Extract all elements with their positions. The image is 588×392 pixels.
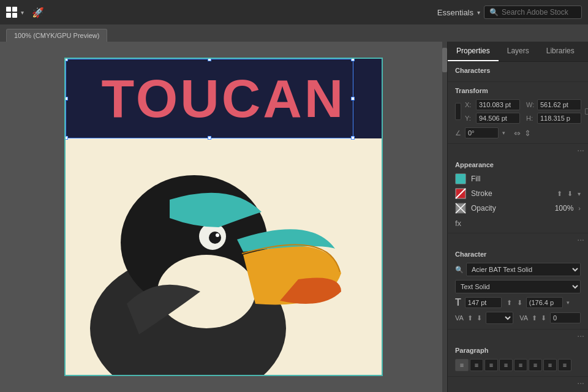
up-arrow: ⬆: [507, 299, 512, 307]
font-style-select[interactable]: Text Solid: [455, 280, 581, 293]
tab-layers[interactable]: Layers: [499, 42, 538, 61]
app-squares-icon: [6, 7, 17, 18]
essentials-dropdown-arrow: ▾: [477, 9, 480, 16]
font-name-select[interactable]: Acier BAT Text Solid: [466, 263, 581, 276]
tracking-input[interactable]: [550, 312, 581, 323]
canvas-area[interactable]: TOUCAN: [0, 42, 447, 392]
kerning-down: ⬇: [477, 314, 482, 322]
tracking-row: VA ⬆ ⬇ VA ⬆ ⬇: [455, 312, 581, 324]
opacity-expand-arrow[interactable]: ›: [578, 205, 581, 212]
align-justify-all-btn[interactable]: ≡: [558, 359, 571, 371]
fx-button[interactable]: fx: [455, 219, 461, 228]
tab-libraries[interactable]: Libraries: [538, 42, 583, 61]
font-search-icon: 🔍: [455, 266, 464, 274]
lock-proportions-icon[interactable]: [585, 108, 588, 115]
opacity-row: Opacity 100% ›: [455, 203, 581, 214]
stroke-icon[interactable]: [455, 188, 466, 199]
font-size-input[interactable]: [465, 297, 502, 308]
leading-dropdown[interactable]: ▾: [567, 300, 570, 306]
toucan-illustration: [66, 120, 382, 376]
h-input[interactable]: [537, 113, 581, 124]
character-more[interactable]: ···: [448, 330, 588, 342]
tracking-up: ⬆: [532, 314, 537, 322]
w-input[interactable]: [537, 99, 581, 110]
paragraph-align-row: ≡ ≡ ≡ ≡ ≡ ≡ ≡ ≡: [455, 359, 581, 371]
kerning-select[interactable]: [486, 312, 513, 324]
angle-input[interactable]: [465, 127, 499, 138]
tracking-down: ⬇: [541, 314, 546, 322]
right-panel: Properties Layers Libraries » Characters…: [447, 42, 588, 392]
panel-expand-icon[interactable]: »: [583, 42, 588, 61]
artboard: TOUCAN: [64, 58, 383, 376]
appearance-more[interactable]: ···: [448, 233, 588, 246]
svg-point-4: [209, 232, 221, 244]
search-stock-box[interactable]: 🔍: [484, 6, 582, 19]
align-right-btn[interactable]: ≡: [484, 359, 498, 371]
y-input[interactable]: [476, 113, 520, 124]
stroke-label: Stroke: [471, 189, 552, 198]
appearance-title: Appearance: [455, 161, 581, 168]
fx-row: fx: [455, 216, 581, 228]
svg-point-5: [216, 233, 219, 237]
font-size-row: T ⬆ ⬇ ▾: [455, 297, 581, 308]
characters-section: Characters: [448, 62, 588, 82]
characters-title: Characters: [455, 67, 581, 74]
stroke-adjust-up[interactable]: ⬆: [557, 190, 562, 198]
angle-dropdown-arrow[interactable]: ▾: [502, 130, 505, 136]
active-document-tab[interactable]: 100% (CMYK/GPU Preview): [6, 29, 107, 42]
align-justify-right-btn[interactable]: ≡: [543, 359, 557, 371]
opacity-label: Opacity: [471, 204, 550, 213]
app-menu-arrow: ▾: [21, 9, 24, 16]
transform-section: Transform X: W: Y:: [448, 82, 588, 144]
banner: TOUCAN: [66, 59, 382, 138]
transform-title: Transform: [455, 87, 581, 94]
character-section: Character 🔍 Acier BAT Text Solid Text So…: [448, 246, 588, 330]
banner-text: TOUCAN: [102, 72, 346, 126]
essentials-label[interactable]: Essentials: [437, 8, 473, 17]
kerning-icon: VA: [455, 314, 464, 322]
kerning-up: ⬆: [467, 314, 473, 322]
align-justify-btn[interactable]: ≡: [499, 359, 513, 371]
top-bar: ▾ 🚀 Essentials ▾ 🔍: [0, 0, 588, 24]
leading-input[interactable]: [526, 297, 563, 308]
essentials-area: Essentials ▾ 🔍: [437, 6, 582, 19]
search-stock-icon: 🔍: [489, 8, 499, 17]
fill-color-swatch[interactable]: [455, 173, 466, 184]
tab-properties[interactable]: Properties: [448, 42, 499, 61]
font-name-row: 🔍 Acier BAT Text Solid: [455, 263, 581, 276]
x-input[interactable]: [476, 99, 520, 110]
app-icon[interactable]: ▾: [6, 7, 24, 18]
home-icon[interactable]: 🚀: [31, 6, 45, 19]
align-justify-left-btn[interactable]: ≡: [514, 359, 527, 371]
transform-reference-grid[interactable]: [455, 103, 461, 120]
main-area: TOUCAN: [0, 42, 588, 392]
transform-more[interactable]: ···: [448, 144, 588, 156]
tab-bar: 100% (CMYK/GPU Preview): [0, 24, 588, 42]
quick-actions-section: Quick Actions Create Outlines Arrange: [448, 389, 588, 392]
stroke-adjust-down[interactable]: ⬇: [567, 190, 573, 198]
angle-label: ∠: [455, 129, 461, 137]
paragraph-title: Paragraph: [455, 347, 581, 354]
fill-row: Fill: [455, 173, 581, 184]
canvas-scroll-thumb: [442, 48, 447, 72]
align-justify-center-btn[interactable]: ≡: [529, 359, 542, 371]
align-left-btn[interactable]: ≡: [455, 359, 469, 371]
canvas-scrollbar[interactable]: [442, 42, 447, 392]
artboard-container: TOUCAN: [58, 51, 389, 382]
paragraph-more[interactable]: ···: [448, 377, 588, 389]
appearance-section: Appearance Fill Stroke ⬆ ⬇ ▾: [448, 156, 588, 233]
flip-v-icon[interactable]: ⇕: [524, 129, 531, 138]
rocket-icon: 🚀: [32, 7, 44, 18]
opacity-icon: [455, 203, 466, 214]
tracking-icon: VA: [519, 314, 528, 322]
x-label: X:: [465, 101, 473, 108]
panel-tabs: Properties Layers Libraries »: [448, 42, 588, 62]
down-arrow: ⬇: [517, 299, 522, 307]
w-label: W:: [526, 101, 535, 108]
font-size-icon: T: [455, 297, 461, 308]
align-center-btn[interactable]: ≡: [470, 359, 483, 371]
flip-h-icon[interactable]: ⇔: [514, 129, 521, 138]
y-label: Y:: [465, 115, 473, 122]
stroke-dropdown[interactable]: ▾: [578, 190, 581, 197]
search-stock-input[interactable]: [502, 8, 575, 17]
